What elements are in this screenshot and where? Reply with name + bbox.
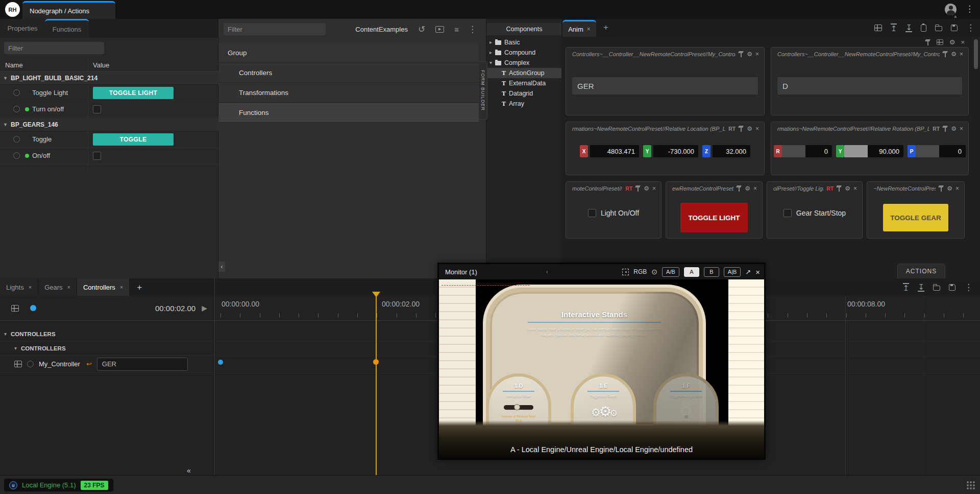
tab-functions[interactable]: Functions [45, 19, 89, 38]
y-value[interactable]: -730.000 [653, 145, 698, 157]
pin-icon[interactable] [635, 185, 641, 192]
undo-icon[interactable]: ↩ [86, 360, 92, 368]
resize-handle-icon[interactable] [967, 481, 969, 483]
close-icon[interactable]: × [652, 185, 656, 192]
tab-controllers[interactable]: Controllers × [77, 278, 130, 296]
z-value[interactable]: 32.000 [713, 145, 750, 157]
radio-icon[interactable] [13, 106, 20, 112]
component-array[interactable]: T Array [486, 99, 562, 109]
controller-text-input[interactable] [777, 77, 962, 95]
close-icon[interactable]: × [960, 51, 963, 57]
form-builder-side-tab[interactable]: FORM BUILDER [479, 61, 487, 120]
app-logo[interactable]: RH [5, 2, 20, 17]
close-icon[interactable]: × [755, 126, 759, 132]
radio-icon[interactable] [13, 89, 20, 96]
focus-icon[interactable]: ⊙ [651, 268, 657, 275]
track-grid-icon[interactable] [14, 361, 22, 367]
popout-icon[interactable]: ↗ [745, 269, 751, 275]
group-bp-light-bulb[interactable]: ▾ BP_LIGHT_BULB_BASIC_214 [0, 72, 218, 85]
tree-subgroup-controllers[interactable]: ▾ CONTROLLERS [0, 341, 214, 356]
pin-icon[interactable] [737, 185, 742, 192]
close-icon[interactable]: × [755, 51, 759, 57]
pin-icon[interactable] [939, 185, 944, 192]
radio-icon[interactable] [27, 361, 34, 367]
pitch-value[interactable]: 0 [939, 145, 966, 157]
gear-icon[interactable]: ⚙ [845, 185, 850, 192]
radio-icon[interactable] [13, 136, 20, 143]
collapse-tree-button[interactable]: « [187, 466, 191, 475]
close-icon[interactable]: × [29, 285, 32, 290]
folder-basic[interactable]: ▸ Basic [486, 37, 562, 48]
rgb-label[interactable]: RGB [633, 268, 647, 275]
history-icon[interactable]: ↺ [418, 25, 425, 34]
builder-menu-icon[interactable]: ⋮ [468, 25, 477, 34]
upload-icon[interactable]: ↥ [903, 283, 910, 292]
tab-nodegraph-actions[interactable]: Nodegraph / Actions [22, 1, 115, 19]
tab-anim[interactable]: Anim × [562, 20, 596, 37]
yaw-value[interactable]: 90.000 [868, 145, 903, 157]
builder-row-group[interactable]: Group [218, 43, 479, 63]
yaw-slider[interactable] [844, 145, 868, 157]
canvas-scrollbar[interactable] [974, 39, 978, 69]
controller-text-input[interactable] [572, 77, 758, 95]
engine-status-pill[interactable]: u Local Engine (5.1) 23 FPS [4, 479, 113, 491]
playlist-icon[interactable]: ≡ [454, 26, 458, 33]
clipboard-icon[interactable] [921, 25, 926, 32]
folder-icon[interactable] [933, 286, 940, 291]
gear-icon[interactable]: ⚙ [644, 185, 649, 192]
close-icon[interactable]: × [587, 26, 591, 32]
gear-startstop-checkbox[interactable] [783, 209, 792, 217]
save-icon[interactable] [951, 25, 958, 31]
folder-compound[interactable]: ▸ Compound [486, 48, 562, 58]
save-icon[interactable] [949, 284, 955, 291]
component-datagrid[interactable]: T Datagrid [486, 88, 562, 99]
close-icon[interactable]: × [753, 185, 757, 192]
folder-complex[interactable]: ▾ Complex [486, 58, 562, 68]
pin-icon[interactable] [943, 51, 948, 57]
app-menu-icon[interactable]: ⋮ [965, 5, 974, 13]
group-bp-gears[interactable]: ▾ BP_GEARS_146 [0, 118, 218, 131]
gear-icon[interactable]: ⚙ [947, 185, 952, 192]
record-indicator[interactable] [30, 305, 36, 311]
canvas-menu-icon[interactable]: ⋮ [966, 23, 975, 32]
pitch-slider[interactable] [916, 145, 939, 157]
tree-group-controllers[interactable]: ▾ CONTROLLERS [0, 327, 214, 341]
builder-row-functions[interactable]: Functions [218, 103, 479, 123]
close-icon[interactable]: × [755, 268, 760, 276]
builder-row-transformations[interactable]: Transformations [218, 83, 479, 103]
builder-row-controllers[interactable]: Controllers [218, 63, 479, 83]
pin-icon[interactable] [925, 39, 930, 45]
turn-onoff-checkbox[interactable] [93, 105, 101, 113]
x-value[interactable]: 4803.471 [590, 145, 639, 157]
close-icon[interactable]: × [955, 185, 959, 192]
tab-lights[interactable]: Lights × [0, 278, 38, 296]
play-button[interactable]: ▶ [202, 304, 207, 312]
component-externaldata[interactable]: T ExternalData [486, 78, 562, 88]
functions-filter-input[interactable] [4, 42, 104, 54]
b-button[interactable]: B [704, 267, 719, 277]
collapse-left-chevron[interactable]: ‹ [218, 262, 225, 272]
current-time-display[interactable]: 00:00:02.00 [155, 304, 195, 313]
sequencer-grid-icon[interactable] [11, 305, 19, 312]
toggle-light-action-button[interactable]: TOGGLE LIGHT [680, 203, 748, 232]
actions-bottom-tab[interactable]: ACTIONS [897, 264, 945, 278]
toggle-button[interactable]: TOGGLE [93, 133, 174, 146]
tab-gears[interactable]: Gears × [38, 278, 77, 296]
controller-value-input[interactable] [97, 358, 188, 371]
aib-split-button[interactable]: A|B [724, 267, 741, 277]
gear-icon[interactable]: ⚙ [745, 185, 750, 192]
download-icon[interactable]: ↧ [905, 23, 912, 32]
close-icon[interactable]: × [960, 126, 963, 132]
gear-icon[interactable]: ⚙ [951, 126, 957, 132]
component-actiongroup[interactable]: T ActionGroup [486, 68, 562, 78]
pin-icon[interactable] [739, 126, 744, 132]
pin-icon[interactable] [837, 185, 842, 192]
close-icon[interactable]: × [853, 185, 857, 192]
user-avatar-icon[interactable] [945, 4, 957, 15]
roll-value[interactable]: 0 [805, 145, 832, 157]
gear-icon[interactable]: ⚙ [747, 51, 752, 57]
close-icon[interactable]: × [120, 285, 123, 290]
builder-filter-input[interactable] [224, 23, 326, 35]
onoff-checkbox[interactable] [93, 152, 101, 160]
roll-slider[interactable] [782, 145, 805, 157]
